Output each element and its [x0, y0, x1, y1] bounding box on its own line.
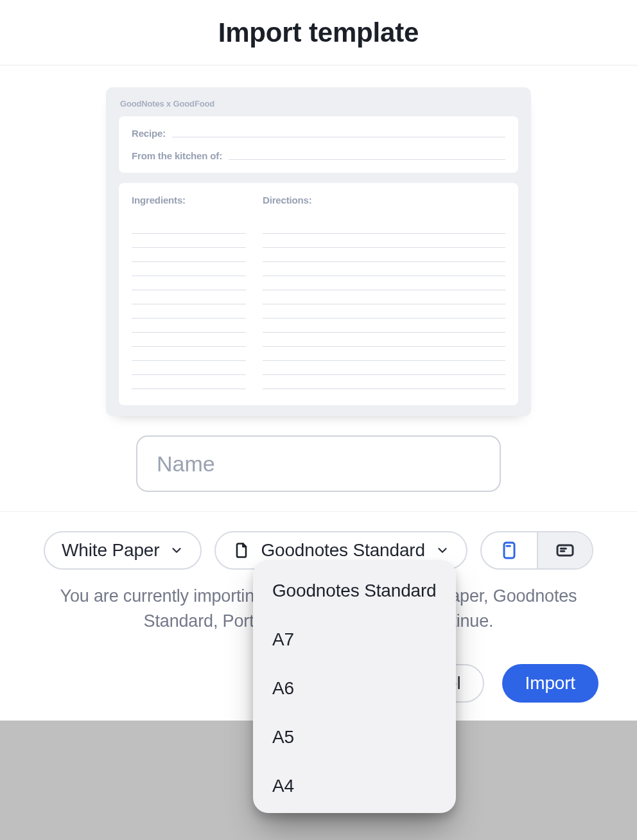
template-body-card: Ingredients: Directions: [119, 183, 518, 405]
template-header-card: Recipe: From the kitchen of: [119, 116, 518, 173]
size-option-a7[interactable]: A7 [253, 615, 456, 664]
import-button[interactable]: Import [502, 664, 598, 703]
recipe-label: Recipe: [132, 128, 166, 139]
sheet-header: Import template [0, 0, 637, 66]
rule-line [172, 137, 505, 137]
size-option-a4[interactable]: A4 [253, 762, 456, 810]
size-option-a5[interactable]: A5 [253, 713, 456, 762]
ingredients-label: Ingredients: [132, 195, 246, 206]
svg-rect-0 [504, 543, 514, 558]
size-option-a6[interactable]: A6 [253, 664, 456, 713]
rule-line [229, 159, 505, 160]
template-preview: GoodNotes x GoodFood Recipe: From the ki… [0, 66, 637, 416]
orientation-selector [480, 531, 593, 570]
template-name-input[interactable] [136, 435, 501, 492]
directions-label: Directions: [263, 195, 505, 206]
paper-color-selector[interactable]: White Paper [44, 531, 202, 570]
chevron-down-icon [435, 543, 449, 557]
page-icon [232, 541, 250, 559]
orientation-landscape-button[interactable] [537, 532, 592, 568]
kitchen-label: From the kitchen of: [132, 150, 222, 161]
chevron-down-icon [170, 543, 184, 557]
paper-size-label: Goodnotes Standard [261, 540, 425, 561]
paper-color-label: White Paper [62, 540, 159, 561]
sheet-title: Import template [218, 17, 419, 48]
ingredients-lines [132, 220, 246, 389]
directions-lines [263, 220, 505, 389]
size-option-goodnotes-standard[interactable]: Goodnotes Standard [253, 566, 456, 615]
template-brand: GoodNotes x GoodFood [120, 99, 518, 109]
orientation-portrait-button[interactable] [482, 532, 537, 568]
paper-size-dropdown: Goodnotes Standard A7 A6 A5 A4 [253, 560, 456, 813]
svg-rect-2 [557, 545, 573, 556]
